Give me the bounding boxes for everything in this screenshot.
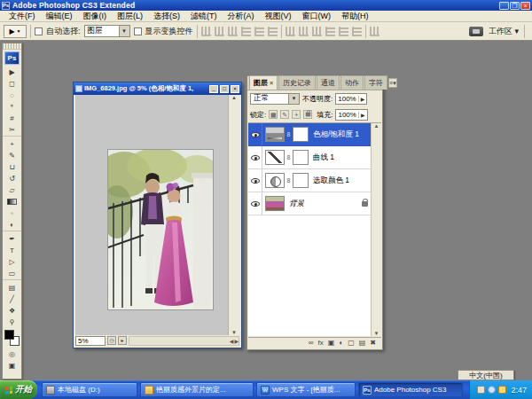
show-transform-checkbox[interactable] <box>134 27 142 35</box>
zoom-level-field[interactable]: 5% <box>75 336 106 346</box>
align-left-icon[interactable] <box>241 27 251 36</box>
layer-name[interactable]: 背景 <box>289 199 304 209</box>
new-layer-icon[interactable]: ▤ <box>359 338 366 348</box>
layer-name[interactable]: 色相/饱和度 1 <box>313 129 359 140</box>
layer-row-background[interactable]: 背景 <box>248 192 381 215</box>
tab-actions[interactable]: 动作 <box>340 75 364 90</box>
menu-edit[interactable]: 编辑(E) <box>41 11 78 22</box>
history-brush-tool[interactable]: ↺ <box>3 173 21 184</box>
lock-all-icon[interactable] <box>303 110 312 119</box>
layer-style-icon[interactable]: fx <box>318 338 324 348</box>
status-flyout-icon[interactable]: ▸ <box>118 336 127 345</box>
distribute-vcenter-icon[interactable] <box>299 27 309 36</box>
layer-name[interactable]: 选取颜色 1 <box>313 176 349 186</box>
align-hcenter-icon[interactable] <box>254 27 264 36</box>
tab-channels[interactable]: 通道 <box>317 75 340 90</box>
fill-field[interactable]: 100% ▶ <box>335 109 367 121</box>
opacity-arrow-icon[interactable]: ▶ <box>358 96 365 102</box>
tray-input-icon[interactable] <box>477 386 485 394</box>
new-group-icon[interactable]: ▢ <box>348 338 355 348</box>
doc-horizontal-scrollbar[interactable]: ◀ ▶ <box>129 336 239 346</box>
layer-name[interactable]: 曲线 1 <box>313 153 334 163</box>
brush-tool[interactable]: ✎ <box>3 150 21 161</box>
lasso-tool[interactable]: ◌ <box>3 90 21 101</box>
menu-window[interactable]: 窗口(W) <box>297 11 337 22</box>
scroll-left-icon[interactable]: ◀ <box>230 338 234 344</box>
close-button[interactable]: × <box>520 2 530 10</box>
layer-mask-thumbnail[interactable] <box>293 150 309 165</box>
crop-tool[interactable]: # <box>3 113 21 124</box>
menu-help[interactable]: 帮助(H) <box>336 11 374 22</box>
doc-info-icon[interactable]: ◷ <box>107 336 116 345</box>
task-photoshop[interactable]: Ps Adobe Photoshop CS3 <box>358 382 463 397</box>
language-bar[interactable]: 中文(中国) <box>458 370 514 380</box>
document-canvas[interactable] <box>75 95 228 335</box>
lock-position-icon[interactable]: + <box>292 110 301 119</box>
pen-tool[interactable]: ✒ <box>3 233 21 245</box>
menu-view[interactable]: 视图(V) <box>260 11 297 22</box>
tray-network-icon[interactable] <box>488 386 496 394</box>
path-selection-tool[interactable]: ▷ <box>3 256 21 268</box>
doc-vertical-scrollbar[interactable]: ▲ ▼ <box>228 95 239 335</box>
auto-select-checkbox[interactable] <box>35 27 43 35</box>
blur-tool[interactable]: ◦ <box>3 207 21 219</box>
hue-saturation-thumbnail[interactable] <box>265 127 285 142</box>
panel-menu-icon[interactable]: ≡▾ <box>388 78 397 88</box>
menu-image[interactable]: 图像(I) <box>78 11 113 22</box>
scroll-up-icon[interactable]: ▲ <box>231 95 237 100</box>
visibility-cell[interactable] <box>248 169 262 192</box>
eyedropper-tool[interactable]: ╱ <box>3 293 21 305</box>
link-layers-icon[interactable]: ∞ <box>309 338 314 348</box>
tool-preset-button[interactable]: ▶▼ <box>4 25 27 38</box>
layer-row-curves[interactable]: 8 曲线 1 <box>248 146 381 169</box>
curves-thumbnail[interactable] <box>265 150 285 165</box>
workspace-button[interactable]: 工作区 ▾ <box>489 26 519 37</box>
quick-mask-button[interactable]: ◎ <box>3 348 21 360</box>
layer-mask-thumbnail[interactable] <box>293 127 309 142</box>
foreground-color-swatch[interactable] <box>4 330 14 340</box>
minimize-button[interactable]: _ <box>499 2 509 10</box>
distribute-left-icon[interactable] <box>325 27 335 36</box>
slice-tool[interactable]: ✂ <box>3 124 21 136</box>
document-title-bar[interactable]: IMG_6829.jpg @ 5% (色相/饱和度 1, _ □ × <box>74 82 241 95</box>
screen-mode-button[interactable]: ▣ <box>3 360 21 372</box>
notes-tool[interactable]: ▤ <box>3 282 21 293</box>
tab-close-icon[interactable]: × <box>270 80 273 86</box>
doc-close-button[interactable]: × <box>231 85 239 93</box>
type-tool[interactable]: T <box>3 245 21 256</box>
task-wps[interactable]: W WPS 文字 - [艳丽质... <box>256 382 356 397</box>
distribute-bottom-icon[interactable] <box>312 27 322 36</box>
menu-layer[interactable]: 图层(L) <box>112 11 148 22</box>
menu-select[interactable]: 选择(S) <box>148 11 185 22</box>
align-vcenter-icon[interactable] <box>215 27 224 36</box>
menu-file[interactable]: 文件(F) <box>4 11 41 22</box>
task-folder[interactable]: 艳丽质感外景片的定... <box>140 382 254 397</box>
scroll-up-icon[interactable]: ▲ <box>374 123 379 129</box>
restore-button[interactable]: ❐ <box>510 2 520 10</box>
layer-row-hue-saturation[interactable]: 8 色相/饱和度 1 <box>248 123 381 146</box>
selective-color-thumbnail[interactable] <box>265 173 285 188</box>
magic-wand-tool[interactable]: ＊ <box>3 101 21 113</box>
clone-stamp-tool[interactable]: ⊔ <box>3 161 21 173</box>
add-mask-icon[interactable]: ▣ <box>328 338 335 348</box>
task-local-disk[interactable]: 本地磁盘 (D:) <box>42 382 137 397</box>
shape-tool[interactable]: ▭ <box>3 268 21 279</box>
tray-volume-icon[interactable] <box>498 386 506 394</box>
fill-arrow-icon[interactable]: ▶ <box>358 112 365 118</box>
layer-mask-thumbnail[interactable] <box>293 173 309 188</box>
toolbox-grip[interactable] <box>3 43 21 50</box>
opacity-field[interactable]: 100% ▶ <box>335 93 367 105</box>
delete-layer-icon[interactable]: ✖ <box>370 338 376 348</box>
layer-row-selective-color[interactable]: 8 选取颜色 1 <box>248 169 381 192</box>
visibility-cell[interactable] <box>248 192 262 215</box>
background-thumbnail[interactable] <box>265 196 285 211</box>
marquee-tool[interactable]: ◻ <box>3 78 21 90</box>
hand-tool[interactable]: ❖ <box>3 305 21 317</box>
distribute-top-icon[interactable] <box>286 27 295 36</box>
menu-analysis[interactable]: 分析(A) <box>223 11 260 22</box>
doc-maximize-button[interactable]: □ <box>220 85 229 93</box>
menu-filter[interactable]: 滤镜(T) <box>185 11 223 22</box>
adjustment-layer-icon[interactable]: ◐ <box>339 338 343 348</box>
layer-list-scrollbar[interactable]: ▲ ▼ <box>371 123 381 336</box>
align-bottom-icon[interactable] <box>228 27 238 36</box>
